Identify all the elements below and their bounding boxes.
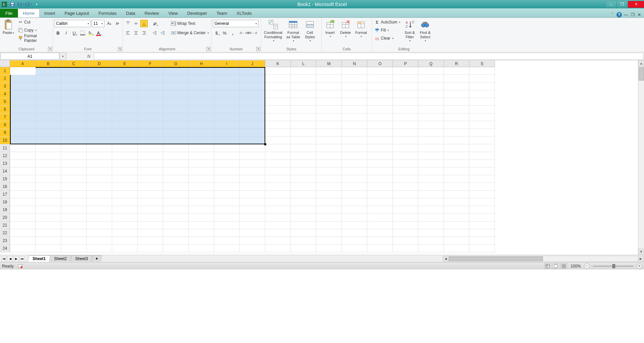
- zoom-slider[interactable]: [593, 265, 633, 267]
- cell[interactable]: [367, 222, 393, 229]
- number-dialog-launcher[interactable]: ⬊: [256, 47, 260, 51]
- cell[interactable]: [61, 183, 87, 191]
- cell[interactable]: [265, 83, 291, 90]
- cell[interactable]: [342, 129, 367, 137]
- cell[interactable]: [342, 175, 367, 183]
- cell[interactable]: [342, 198, 367, 206]
- cell[interactable]: [163, 167, 189, 175]
- cell[interactable]: [138, 75, 163, 83]
- tab-review[interactable]: Review: [140, 9, 164, 17]
- cell[interactable]: [112, 121, 138, 129]
- cell[interactable]: [393, 90, 418, 98]
- cell[interactable]: [418, 237, 444, 245]
- cell[interactable]: [61, 245, 87, 252]
- cell[interactable]: [189, 106, 214, 113]
- cell[interactable]: [342, 90, 367, 98]
- sheet-tab[interactable]: Sheet3: [71, 255, 93, 262]
- cell[interactable]: [112, 137, 138, 144]
- cell[interactable]: [189, 83, 214, 90]
- cell[interactable]: [214, 175, 240, 183]
- cell[interactable]: [291, 67, 316, 75]
- cell[interactable]: [316, 245, 342, 252]
- cell[interactable]: [240, 167, 265, 175]
- cell[interactable]: [316, 214, 342, 222]
- tab-developer[interactable]: Developer: [182, 9, 212, 17]
- cell[interactable]: [418, 229, 444, 237]
- cell[interactable]: [418, 175, 444, 183]
- cell[interactable]: [10, 237, 36, 245]
- cell[interactable]: [418, 214, 444, 222]
- cell[interactable]: [367, 113, 393, 121]
- cell[interactable]: [393, 206, 418, 214]
- cell[interactable]: [112, 67, 138, 75]
- cell[interactable]: [418, 144, 444, 152]
- zoom-in-button[interactable]: +: [637, 263, 642, 269]
- cell[interactable]: [367, 98, 393, 106]
- cell[interactable]: [469, 160, 495, 167]
- cell[interactable]: [291, 152, 316, 160]
- cell[interactable]: [10, 90, 36, 98]
- format-painter-button[interactable]: Format Painter: [17, 35, 51, 42]
- cell[interactable]: [36, 198, 61, 206]
- cell[interactable]: [469, 206, 495, 214]
- shrink-font-icon[interactable]: A▾: [114, 20, 121, 27]
- cell[interactable]: [291, 191, 316, 198]
- cell[interactable]: [87, 106, 112, 113]
- cell[interactable]: [240, 83, 265, 90]
- zoom-slider-knob[interactable]: [612, 264, 615, 268]
- cell[interactable]: [469, 83, 495, 90]
- cell[interactable]: [240, 152, 265, 160]
- cell[interactable]: [291, 129, 316, 137]
- scroll-down-icon[interactable]: ▼: [638, 249, 644, 255]
- cell[interactable]: [87, 191, 112, 198]
- cell[interactable]: [112, 183, 138, 191]
- horizontal-scrollbar[interactable]: ◀ ▶: [443, 256, 644, 262]
- cell[interactable]: [112, 144, 138, 152]
- cell[interactable]: [316, 144, 342, 152]
- column-header[interactable]: N: [342, 60, 367, 67]
- cell[interactable]: [112, 106, 138, 113]
- tab-view[interactable]: View: [164, 9, 182, 17]
- cell[interactable]: [214, 245, 240, 252]
- cell[interactable]: [112, 129, 138, 137]
- cell[interactable]: [367, 144, 393, 152]
- row-header[interactable]: 10: [0, 137, 10, 144]
- cell[interactable]: [316, 75, 342, 83]
- increase-indent-icon[interactable]: [159, 29, 167, 37]
- cell[interactable]: [469, 121, 495, 129]
- minimize-button[interactable]: —: [606, 1, 616, 8]
- cell[interactable]: [291, 121, 316, 129]
- cell[interactable]: [61, 121, 87, 129]
- cell[interactable]: [469, 75, 495, 83]
- fill-handle[interactable]: [264, 143, 266, 145]
- column-header[interactable]: M: [316, 60, 342, 67]
- cell[interactable]: [418, 121, 444, 129]
- cell[interactable]: [342, 137, 367, 144]
- cell[interactable]: [265, 245, 291, 252]
- cell[interactable]: [214, 160, 240, 167]
- cell[interactable]: [393, 167, 418, 175]
- cell[interactable]: [393, 121, 418, 129]
- cell[interactable]: [112, 167, 138, 175]
- cell[interactable]: [214, 167, 240, 175]
- file-tab[interactable]: File: [0, 9, 18, 17]
- underline-button[interactable]: U: [71, 29, 78, 37]
- cell[interactable]: [265, 121, 291, 129]
- cell[interactable]: [240, 67, 265, 75]
- conditional-formatting-button[interactable]: Conditional Formatting: [263, 18, 284, 43]
- cell[interactable]: [444, 129, 469, 137]
- cell[interactable]: [61, 222, 87, 229]
- cell[interactable]: [265, 98, 291, 106]
- cell[interactable]: [87, 229, 112, 237]
- cell[interactable]: [61, 113, 87, 121]
- cell[interactable]: [163, 113, 189, 121]
- cell[interactable]: [240, 183, 265, 191]
- column-header[interactable]: L: [291, 60, 316, 67]
- cell[interactable]: [138, 83, 163, 90]
- cell[interactable]: [163, 237, 189, 245]
- cell[interactable]: [10, 144, 36, 152]
- cell[interactable]: [240, 137, 265, 144]
- window-min-icon[interactable]: —: [623, 12, 629, 17]
- cell[interactable]: [393, 237, 418, 245]
- cell[interactable]: [61, 83, 87, 90]
